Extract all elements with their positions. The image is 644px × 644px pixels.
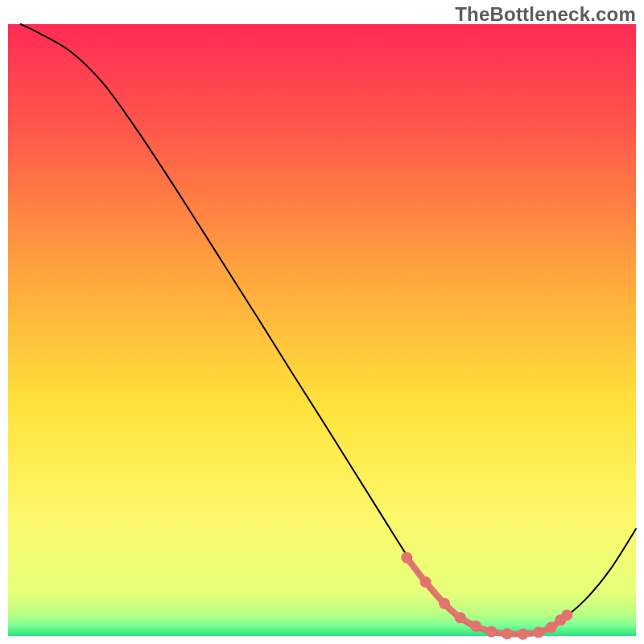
svg-point-9 (546, 621, 557, 633)
watermark-text: TheBottleneck.com (455, 3, 636, 26)
chart-background (8, 24, 636, 636)
svg-point-2 (439, 598, 450, 609)
svg-point-6 (502, 628, 513, 639)
bottleneck-chart (0, 0, 644, 644)
svg-point-3 (455, 612, 466, 623)
svg-point-0 (401, 552, 412, 564)
svg-point-7 (518, 629, 529, 640)
svg-point-1 (420, 576, 431, 588)
svg-point-8 (533, 626, 544, 638)
svg-point-5 (486, 626, 497, 638)
svg-point-4 (470, 621, 481, 632)
svg-point-11 (561, 609, 572, 621)
chart-container: TheBottleneck.com (0, 0, 644, 644)
